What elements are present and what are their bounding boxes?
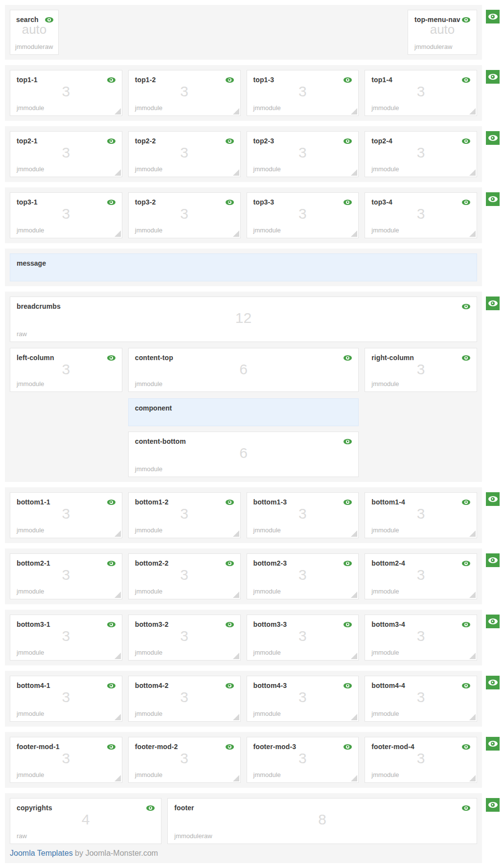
resize-grip[interactable] [115, 592, 121, 598]
resize-grip[interactable] [351, 775, 357, 781]
resize-grip[interactable] [351, 108, 357, 114]
resize-grip[interactable] [351, 592, 357, 598]
resize-grip[interactable] [115, 169, 121, 176]
eye-icon[interactable] [226, 77, 234, 83]
resize-grip[interactable] [469, 530, 476, 537]
size-value: auto [408, 22, 477, 37]
resize-grip[interactable] [115, 653, 121, 659]
eye-icon[interactable] [146, 805, 155, 811]
position-title: top3-4 [371, 198, 392, 206]
eye-icon[interactable] [226, 622, 234, 627]
resize-grip[interactable] [469, 653, 476, 659]
eye-icon[interactable] [462, 304, 470, 309]
eye-icon[interactable] [344, 500, 352, 505]
eye-icon[interactable] [344, 355, 352, 361]
card-top3-1: top3-1 3 jmmodule [10, 192, 122, 238]
eye-icon[interactable] [107, 138, 115, 144]
resize-grip[interactable] [351, 653, 357, 659]
eye-icon[interactable] [344, 744, 352, 750]
eye-icon[interactable] [462, 138, 470, 144]
resize-grip[interactable] [233, 775, 239, 781]
eye-icon[interactable] [462, 355, 470, 361]
resize-grip[interactable] [469, 230, 476, 237]
eye-icon[interactable] [462, 500, 470, 505]
row-visibility-button[interactable] [486, 131, 500, 145]
row-visibility-button[interactable] [486, 70, 500, 84]
resize-grip[interactable] [233, 530, 239, 537]
eye-icon[interactable] [226, 500, 234, 505]
resize-grip[interactable] [115, 230, 121, 237]
row-header: search auto jmmoduleraw top-menu-nav aut… [5, 5, 482, 60]
resize-grip[interactable] [233, 230, 239, 237]
eye-icon[interactable] [226, 138, 234, 144]
row-message: message [5, 249, 482, 286]
eye-icon[interactable] [107, 744, 115, 750]
eye-icon[interactable] [462, 622, 470, 627]
row-visibility-button[interactable] [486, 737, 500, 751]
eye-icon[interactable] [107, 77, 115, 83]
eye-icon[interactable] [226, 744, 234, 750]
resize-grip[interactable] [233, 592, 239, 598]
resize-grip[interactable] [233, 653, 239, 659]
card-content-top: content-top 6 jmmodule [128, 348, 359, 392]
resize-grip[interactable] [233, 169, 239, 176]
eye-icon[interactable] [344, 683, 352, 688]
row-visibility-button[interactable] [486, 10, 500, 23]
eye-icon[interactable] [344, 77, 352, 83]
size-value: 3 [10, 83, 122, 100]
position-title: footer [174, 804, 194, 812]
card-right-column: right-column 3 jmmodule [365, 348, 477, 392]
resize-grip[interactable] [351, 714, 357, 720]
eye-icon[interactable] [462, 744, 470, 750]
eye-icon[interactable] [226, 683, 234, 688]
layout-preview: search auto jmmoduleraw top-menu-nav aut… [5, 5, 482, 863]
row-visibility-button[interactable] [486, 492, 500, 506]
resize-grip[interactable] [115, 530, 121, 537]
eye-icon[interactable] [462, 200, 470, 205]
row-visibility-button[interactable] [486, 297, 500, 310]
eye-icon[interactable] [107, 200, 115, 205]
eye-icon[interactable] [107, 500, 115, 505]
eye-icon[interactable] [462, 77, 470, 83]
joomla-templates-link[interactable]: Joomla Templates [10, 849, 73, 857]
resize-grip[interactable] [115, 108, 121, 114]
eye-icon[interactable] [344, 138, 352, 144]
resize-grip[interactable] [351, 230, 357, 237]
eye-icon[interactable] [226, 561, 234, 566]
resize-grip[interactable] [351, 169, 357, 176]
resize-grip[interactable] [469, 108, 476, 114]
position-title: footer-mod-1 [17, 743, 60, 751]
row-visibility-button[interactable] [486, 615, 500, 628]
resize-grip[interactable] [469, 714, 476, 720]
eye-icon[interactable] [462, 17, 470, 23]
eye-icon[interactable] [107, 355, 115, 361]
eye-icon[interactable] [107, 561, 115, 566]
card-header: bottom1-4 [365, 493, 477, 506]
eye-icon[interactable] [462, 561, 470, 566]
eye-icon[interactable] [107, 622, 115, 627]
resize-grip[interactable] [469, 592, 476, 598]
resize-grip[interactable] [115, 714, 121, 720]
resize-grip[interactable] [115, 775, 121, 781]
resize-grip[interactable] [469, 775, 476, 781]
resize-grip[interactable] [233, 714, 239, 720]
eye-icon[interactable] [344, 439, 352, 444]
eye-icon[interactable] [344, 200, 352, 205]
module-tag: jmmodule [135, 710, 162, 717]
resize-grip[interactable] [469, 169, 476, 176]
eye-icon[interactable] [107, 683, 115, 688]
eye-icon[interactable] [226, 200, 234, 205]
resize-grip[interactable] [233, 108, 239, 114]
row-visibility-button[interactable] [486, 676, 500, 689]
card-top3-3: top3-3 3 jmmodule [247, 192, 359, 238]
eye-icon[interactable] [344, 622, 352, 627]
eye-icon[interactable] [462, 805, 470, 811]
card-footer-mod-4: footer-mod-4 3 jmmodule [365, 737, 477, 783]
eye-icon[interactable] [462, 683, 470, 688]
eye-icon[interactable] [344, 561, 352, 566]
row-visibility-button[interactable] [486, 192, 500, 206]
row-visibility-button[interactable] [486, 553, 500, 567]
row-visibility-button[interactable] [486, 798, 500, 812]
resize-grip[interactable] [351, 530, 357, 537]
eye-icon[interactable] [45, 17, 53, 23]
